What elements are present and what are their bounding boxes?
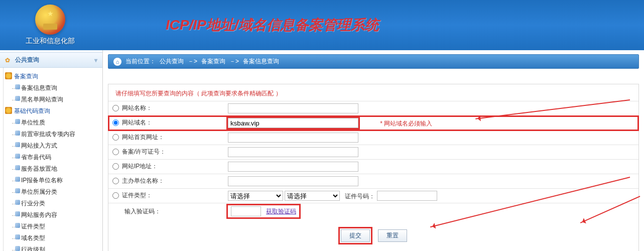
sidebar-item[interactable]: 省市县代码	[5, 152, 99, 163]
label-captcha: 输入验证码：	[124, 207, 161, 216]
sidebar-group-base-code[interactable]: 基础代码查询	[5, 105, 99, 117]
sidebar-item[interactable]: 行政级别	[5, 244, 99, 251]
folder-icon	[5, 72, 12, 79]
sidebar-item[interactable]: IP报备单位名称	[5, 175, 99, 186]
radio-license[interactable]	[112, 149, 119, 155]
sidebar-item[interactable]: 行业分类	[5, 198, 99, 209]
breadcrumb-sep: －>	[188, 57, 197, 66]
sidebar-item-record-info[interactable]: 备案信息查询	[5, 82, 99, 94]
submit-button[interactable]: 提交	[341, 229, 370, 242]
ministry-name: 工业和信息化部	[0, 37, 100, 46]
folder-icon	[5, 107, 12, 114]
page-icon	[15, 200, 20, 205]
label-site-name: 网站名称：	[122, 104, 152, 112]
sidebar-item-label: 行业分类	[21, 200, 45, 207]
sidebar-item-label: 域名类型	[21, 234, 45, 241]
radio-domain[interactable]	[112, 119, 119, 126]
label-sponsor: 主办单位名称：	[122, 177, 164, 185]
main-panel: ⌂ 当前位置： 公共查询 －> 备案查询 －> 备案信息查询 请仔细填写您所要查…	[103, 50, 644, 251]
sidebar-item-label: 单位所属分类	[21, 188, 57, 195]
sidebar-item-label: IP报备单位名称	[21, 177, 63, 184]
breadcrumb-current: 备案信息查询	[243, 57, 279, 66]
sidebar-item-label: 基础代码查询	[14, 107, 50, 114]
page-icon	[15, 165, 20, 170]
input-domain[interactable]	[228, 118, 358, 128]
label-cert-no: 证件号码：	[345, 193, 375, 200]
sidebar-item-label: 单位性质	[21, 119, 45, 126]
input-cert-no[interactable]	[377, 191, 437, 201]
page-icon	[15, 246, 20, 251]
sidebar-item-label: 前置审批或专项内容	[21, 131, 75, 138]
radio-site-name[interactable]	[112, 105, 119, 111]
sidebar-item-label: 备案信息查询	[21, 84, 57, 91]
sidebar-item-label: 证件类型	[21, 223, 45, 230]
breadcrumb-link-b[interactable]: 备案查询	[201, 57, 225, 66]
home-icon[interactable]: ⌂	[113, 58, 121, 66]
app-header: 工业和信息化部 ICP/IP地址/域名信息备案管理系统	[0, 0, 644, 50]
radio-cert-type[interactable]	[112, 192, 119, 199]
chevron-down-icon: ▾	[94, 57, 97, 64]
page-icon	[15, 142, 20, 147]
national-emblem-icon	[35, 5, 65, 35]
sidebar-item[interactable]: 证件类型	[5, 221, 99, 232]
get-captcha-link[interactable]: 获取验证码	[266, 207, 296, 216]
sidebar-item[interactable]: 网站服务内容	[5, 209, 99, 221]
sidebar-item-label: 备案查询	[14, 73, 38, 80]
breadcrumb-link-a[interactable]: 公共查询	[160, 57, 184, 66]
page-icon	[15, 119, 20, 124]
page-icon	[15, 177, 20, 182]
sidebar-item-label: 服务器放置地	[21, 165, 57, 172]
sidebar-item[interactable]: 域名类型	[5, 232, 99, 244]
gear-icon: ✿	[5, 57, 10, 64]
reset-button[interactable]: 重置	[378, 229, 407, 242]
input-sponsor[interactable]	[228, 176, 358, 186]
breadcrumb: ⌂ 当前位置： 公共查询 －> 备案查询 －> 备案信息查询	[108, 54, 639, 69]
sidebar-tree: 备案查询 备案信息查询 黑名单网站查询 基础代码查询 单位性质 前置审批或专项内…	[0, 68, 102, 251]
input-homepage[interactable]	[228, 133, 358, 143]
radio-sponsor[interactable]	[112, 178, 119, 184]
input-license[interactable]	[228, 147, 358, 157]
sidebar-item-blacklist[interactable]: 黑名单网站查询	[5, 94, 99, 105]
page-icon	[15, 154, 20, 159]
page-icon	[15, 223, 20, 228]
label-homepage: 网站首页网址：	[122, 133, 164, 142]
label-license: 备案/许可证号：	[122, 148, 166, 156]
breadcrumb-prefix: 当前位置：	[125, 57, 156, 66]
sidebar-item-label: 省市县代码	[21, 154, 51, 161]
radio-ip[interactable]	[112, 163, 119, 170]
breadcrumb-sep: －>	[229, 57, 239, 66]
sidebar-item[interactable]: 前置审批或专项内容	[5, 129, 99, 140]
radio-homepage[interactable]	[112, 134, 119, 141]
sidebar: ✿ 公共查询 ▾ 备案查询 备案信息查询 黑名单网站查询 基础代码查询 单位性质…	[0, 50, 103, 251]
input-captcha[interactable]	[231, 206, 261, 216]
sidebar-group-record-query[interactable]: 备案查询	[5, 71, 99, 82]
system-title: ICP/IP地址/域名信息备案管理系统	[100, 16, 644, 35]
sidebar-item[interactable]: 单位性质	[5, 117, 99, 129]
page-icon	[15, 96, 20, 101]
input-site-name[interactable]	[228, 103, 358, 113]
sidebar-item-label: 网站服务内容	[21, 211, 57, 218]
select-cert-type-2[interactable]: 请选择	[285, 191, 340, 201]
page-icon	[15, 234, 20, 239]
select-cert-type-1[interactable]: 请选择	[228, 191, 283, 201]
page-icon	[15, 188, 20, 193]
form-actions: 提交 重置	[108, 219, 638, 243]
sidebar-item-label: 行政级别	[21, 246, 45, 251]
label-domain: 网站域名：	[122, 118, 152, 127]
sidebar-header[interactable]: ✿ 公共查询 ▾	[0, 52, 102, 68]
form-hint: 请仔细填写您所要查询的内容（ 此项查询要求条件精确匹配 ）	[108, 84, 638, 101]
sidebar-item-label: 黑名单网站查询	[21, 96, 63, 103]
input-ip[interactable]	[228, 162, 358, 172]
label-cert-type: 证件类型：	[122, 191, 152, 200]
domain-required-hint: * 网站域名必须输入	[380, 120, 432, 127]
sidebar-item[interactable]: 网站接入方式	[5, 140, 99, 152]
label-ip: 网站IP地址：	[122, 162, 158, 171]
sidebar-item[interactable]: 服务器放置地	[5, 163, 99, 175]
page-icon	[15, 84, 20, 89]
sidebar-item-label: 网站接入方式	[21, 142, 57, 149]
emblem-block: 工业和信息化部	[0, 5, 100, 46]
sidebar-header-label: 公共查询	[15, 56, 39, 64]
sidebar-item[interactable]: 单位所属分类	[5, 186, 99, 198]
page-icon	[15, 211, 20, 216]
page-icon	[15, 131, 20, 136]
